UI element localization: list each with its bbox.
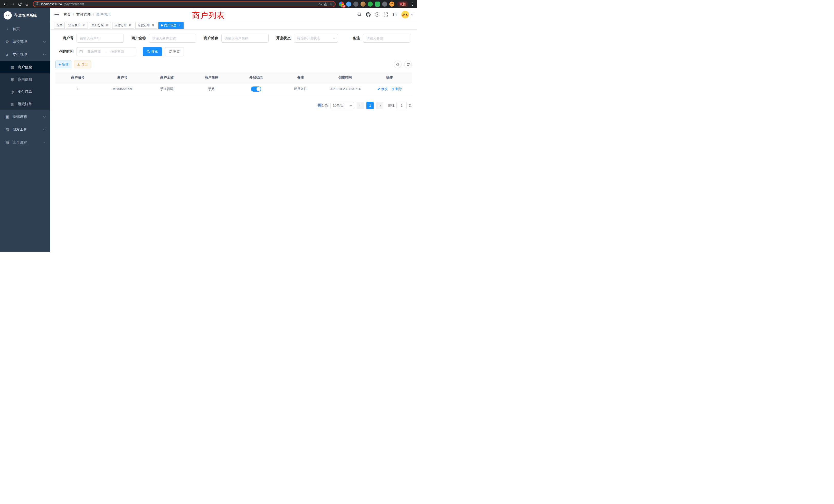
tab-user-group[interactable]: 用户分组× <box>89 22 111 29</box>
end-date-input[interactable] <box>108 50 126 54</box>
merchant-name-label: 商户全称 <box>128 36 149 41</box>
password-key-icon[interactable] <box>318 2 322 6</box>
gear-icon: ⚙ <box>4 40 10 44</box>
extension-icon-green[interactable] <box>368 2 373 7</box>
status-field: 开启状态 请选择开启状态 <box>273 34 338 43</box>
status-toggle[interactable] <box>251 87 261 92</box>
reset-button[interactable]: 重置 <box>164 47 184 56</box>
page-size-select[interactable]: 10条/页 <box>330 102 354 109</box>
prev-page-button[interactable] <box>357 102 364 109</box>
extension-icon-dark[interactable] <box>353 2 358 7</box>
goto-suffix: 页 <box>409 103 412 108</box>
extension-icon-avatar[interactable] <box>360 2 366 7</box>
sidebar-item-system[interactable]: ⚙ 系统管理 <box>0 36 50 48</box>
extension-icon-green-square[interactable] <box>375 2 380 7</box>
breadcrumb-separator: / <box>73 13 74 17</box>
download-icon <box>77 63 80 66</box>
github-icon[interactable] <box>366 12 371 17</box>
sidebar-item-app-info[interactable]: ▦ 应用信息 <box>0 73 50 86</box>
home-button[interactable]: ⌂ <box>24 1 30 7</box>
refresh-table-button[interactable] <box>404 61 412 68</box>
column-header: 创建时间 <box>323 72 368 83</box>
date-range-picker[interactable]: - <box>76 47 136 56</box>
logo-title: 芋道管理系统 <box>14 13 37 18</box>
chevron-down-icon <box>333 37 335 39</box>
create-time-label: 创建时间 <box>56 49 76 54</box>
chevron-down-icon <box>350 104 352 106</box>
hamburger-icon[interactable] <box>54 13 59 16</box>
column-header: 商户全称 <box>145 72 189 83</box>
breadcrumb-home[interactable]: 首页 <box>63 12 71 17</box>
edit-link[interactable]: 修改 <box>377 87 388 91</box>
forward-button[interactable] <box>9 1 16 7</box>
merchant-no-field: 商户号 <box>56 34 124 43</box>
extension-puzzle-icon[interactable] <box>382 2 387 7</box>
merchant-no-input[interactable] <box>76 34 124 43</box>
filter-row-1: 商户号 商户全称 商户简称 开启状态 请选择开启状态 <box>56 34 412 43</box>
extensions-menu-icon[interactable]: 10 <box>339 2 344 7</box>
address-bar[interactable]: ⓘ localhost:1024/pay/merchant ☆ <box>33 1 336 7</box>
sidebar-item-refund-order[interactable]: ▥ 退款订单 <box>0 98 50 110</box>
extension-icon-emoji[interactable] <box>389 2 394 7</box>
breadcrumb-payment[interactable]: 支付管理 <box>76 12 91 17</box>
pagination-total: 共 1 条 <box>317 103 328 108</box>
merchant-short-input[interactable] <box>221 34 269 43</box>
add-button[interactable]: + 新增 <box>56 61 71 68</box>
remark-input[interactable] <box>363 34 410 43</box>
tab-pay-order[interactable]: 支付订单× <box>112 22 134 29</box>
sidebar-item-workflow[interactable]: ▧ 工作流程 <box>0 136 50 149</box>
remark-field: 备注 <box>342 34 410 43</box>
header-actions: ? TT <box>357 11 413 19</box>
tab-merchant-info[interactable]: 商户信息× <box>158 22 183 29</box>
sidebar-item-pay-order[interactable]: ◎ 支付订单 <box>0 86 50 98</box>
extension-icon-drop[interactable] <box>346 2 351 7</box>
table-toolbar: + 新增 导出 <box>56 61 412 68</box>
fullscreen-icon[interactable] <box>383 12 388 17</box>
avatar-caret-icon[interactable] <box>411 13 413 15</box>
tab-refund-order[interactable]: 退款订单× <box>135 22 157 29</box>
goto-page-input[interactable] <box>396 102 407 109</box>
merchant-name-input[interactable] <box>149 34 196 43</box>
selected-text: 共 <box>317 104 322 107</box>
close-icon[interactable]: × <box>178 24 181 27</box>
close-icon[interactable]: × <box>82 24 86 27</box>
page-1-button[interactable]: 1 <box>367 102 374 109</box>
sidebar-item-infra[interactable]: ▣ 基础设施 <box>0 110 50 123</box>
site-info-icon[interactable]: ⓘ <box>36 2 39 6</box>
logo[interactable]: 芋道管理系统 <box>0 8 50 23</box>
export-button[interactable]: 导出 <box>74 61 91 68</box>
sidebar-item-merchant-info[interactable]: ▤ 商户信息 <box>0 61 50 73</box>
tab-home[interactable]: 首页 <box>54 22 65 29</box>
bookmark-star-icon[interactable]: ☆ <box>329 2 332 6</box>
reload-button[interactable] <box>17 1 23 7</box>
browser-menu-icon[interactable]: ⋮ <box>410 2 415 6</box>
show-search-button[interactable] <box>394 61 401 68</box>
next-page-button[interactable] <box>376 102 383 109</box>
sidebar-item-devtools[interactable]: ▨ 研发工具 <box>0 123 50 136</box>
sidebar-item-payment[interactable]: ¥ 支付管理 <box>0 48 50 61</box>
share-icon[interactable] <box>324 2 327 6</box>
delete-link[interactable]: 删除 <box>391 87 402 91</box>
back-button[interactable] <box>2 1 9 7</box>
start-date-input[interactable] <box>85 50 103 54</box>
close-icon[interactable]: × <box>105 24 109 27</box>
extensions-badge: 10 <box>342 5 346 8</box>
dashboard-icon: ◔ <box>4 27 10 31</box>
font-size-icon[interactable]: TT <box>392 12 397 17</box>
browser-update-button[interactable]: 更新 <box>397 1 408 7</box>
help-icon[interactable]: ? <box>375 12 379 17</box>
search-icon[interactable] <box>357 12 361 17</box>
close-icon[interactable]: × <box>151 24 155 27</box>
status-select[interactable]: 请选择开启状态 <box>294 34 338 43</box>
user-avatar[interactable] <box>401 11 409 19</box>
tabs-bar: 首页 流程表单× 用户分组× 支付订单× 退款订单× 商户信息× <box>50 21 417 30</box>
cell-full-name: 芋道源码 <box>145 83 189 95</box>
search-button[interactable]: 搜索 <box>143 47 162 56</box>
search-icon <box>396 63 399 66</box>
url-path: /pay/merchant <box>64 2 84 6</box>
tab-process-form[interactable]: 流程表单× <box>66 22 88 29</box>
close-icon[interactable]: × <box>128 24 132 27</box>
app-window: 芋道管理系统 ◔ 首页 ⚙ 系统管理 ¥ 支付管理 ▤ 商户信息 ▦ 应用信息 <box>0 8 417 252</box>
toolbar-right <box>394 61 412 68</box>
sidebar-item-home[interactable]: ◔ 首页 <box>0 23 50 36</box>
